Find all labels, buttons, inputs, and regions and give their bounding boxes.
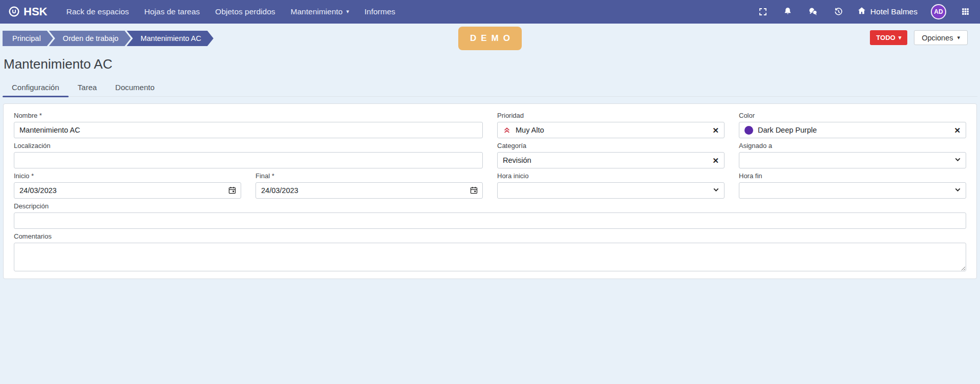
comentarios-label: Comentarios (14, 232, 966, 241)
asignado-label: Asignado a (739, 142, 966, 150)
field-final: Final * (255, 172, 483, 199)
field-prioridad: Prioridad Muy Alto ✕ (497, 112, 725, 138)
caret-down-icon: ▾ (899, 35, 902, 40)
color-value: Dark Deep Purple (758, 126, 949, 134)
field-comentarios: Comentarios (14, 232, 966, 271)
bell-icon (783, 7, 793, 16)
messages-button[interactable] (800, 7, 826, 17)
top-navbar: HSK Rack de espacios Hojas de tareas Obj… (0, 0, 980, 24)
demo-badge: DEMO (458, 27, 522, 50)
opciones-button[interactable]: Opciones ▾ (914, 30, 968, 45)
home-icon (857, 6, 866, 17)
field-inicio: Inicio * (14, 172, 241, 199)
hora-inicio-label: Hora inicio (497, 172, 725, 180)
tab-configuracion[interactable]: Configuración (3, 78, 69, 96)
final-date-input[interactable] (255, 182, 483, 199)
apps-grid-button[interactable] (953, 7, 973, 16)
nav-item-hojas-de-tareas[interactable]: Hojas de tareas (137, 0, 208, 24)
navbar-right: Hotel Balmes AD (751, 4, 973, 19)
todo-button[interactable]: TODO ▾ (870, 30, 907, 45)
nav-item-rack-de-espacios[interactable]: Rack de espacios (58, 0, 136, 24)
main-nav: Rack de espacios Hojas de tareas Objetos… (58, 0, 403, 24)
fullscreen-button[interactable] (751, 7, 775, 16)
field-localizacion: Localización (14, 142, 483, 168)
field-asignado: Asignado a (739, 142, 966, 168)
categoria-label: Categoría (497, 142, 725, 150)
header-actions: TODO ▾ Opciones ▾ (870, 30, 968, 45)
chat-icon (808, 7, 818, 17)
localizacion-label: Localización (14, 142, 483, 150)
caret-down-icon: ▾ (957, 35, 960, 40)
todo-button-label: TODO (876, 34, 895, 41)
nav-item-objetos-perdidos[interactable]: Objetos perdidos (207, 0, 283, 24)
prioridad-control[interactable]: Muy Alto ✕ (497, 122, 725, 138)
hotel-name: Hotel Balmes (870, 7, 918, 16)
nombre-label: Nombre * (14, 112, 483, 120)
categoria-control[interactable]: Revisión ✕ (497, 152, 725, 168)
nav-item-informes[interactable]: Informes (357, 0, 403, 24)
grid-icon (961, 7, 970, 16)
field-descripcion: Descripción (14, 202, 966, 229)
color-swatch (744, 126, 753, 135)
categoria-value: Revisión (503, 156, 708, 164)
opciones-button-label: Opciones (922, 34, 953, 42)
clear-icon[interactable]: ✕ (712, 157, 719, 164)
inicio-label: Inicio * (14, 172, 241, 180)
breadcrumb-item-mantenimiento-ac[interactable]: Mantenimiento AC (126, 31, 213, 46)
clear-icon[interactable]: ✕ (954, 126, 961, 134)
clear-icon[interactable]: ✕ (712, 126, 719, 134)
hora-fin-label: Hora fin (739, 172, 966, 180)
hora-fin-select[interactable] (739, 182, 966, 199)
color-label: Color (739, 112, 966, 120)
tabs: Configuración Tarea Documento (3, 78, 977, 97)
breadcrumb-item-principal[interactable]: Principal (3, 31, 53, 46)
page-title: Mantenimiento AC (4, 56, 968, 72)
fullscreen-icon (758, 7, 768, 16)
form-card: Nombre * Prioridad Muy Alto ✕ Color Dark… (3, 103, 977, 279)
inicio-date-input[interactable] (14, 182, 241, 199)
app-logo[interactable]: HSK (8, 5, 47, 18)
color-control[interactable]: Dark Deep Purple ✕ (739, 122, 966, 138)
page-header: Principal Orden de trabajo Mantenimiento… (0, 24, 980, 97)
prioridad-value: Muy Alto (516, 126, 708, 134)
field-nombre: Nombre * (14, 112, 483, 138)
field-hora-inicio: Hora inicio (497, 172, 725, 199)
history-button[interactable] (826, 7, 851, 16)
tab-tarea[interactable]: Tarea (69, 78, 106, 96)
brand-logo-icon (8, 6, 20, 17)
hora-inicio-select[interactable] (497, 182, 725, 199)
nav-item-mantenimiento[interactable]: Mantenimiento ▾ (283, 0, 357, 24)
field-categoria: Categoría Revisión ✕ (497, 142, 725, 168)
breadcrumb-item-orden-de-trabajo[interactable]: Orden de trabajo (49, 31, 131, 46)
field-hora-fin: Hora fin (739, 172, 966, 199)
caret-down-icon: ▾ (346, 9, 349, 14)
localizacion-input[interactable] (14, 152, 483, 168)
history-icon (834, 7, 843, 16)
prioridad-label: Prioridad (497, 112, 725, 120)
nav-item-label: Mantenimiento (291, 7, 343, 16)
hotel-selector[interactable]: Hotel Balmes (851, 6, 924, 17)
field-color: Color Dark Deep Purple ✕ (739, 112, 966, 138)
asignado-select[interactable] (739, 152, 966, 168)
tab-documento[interactable]: Documento (106, 78, 164, 96)
descripcion-label: Descripción (14, 202, 966, 210)
nombre-input[interactable] (14, 122, 483, 138)
priority-high-icon (503, 126, 511, 134)
descripcion-input[interactable] (14, 212, 966, 229)
avatar[interactable]: AD (931, 4, 946, 19)
final-label: Final * (255, 172, 483, 180)
brand-label: HSK (24, 5, 47, 18)
notifications-button[interactable] (775, 7, 800, 16)
comentarios-textarea[interactable] (14, 243, 966, 271)
